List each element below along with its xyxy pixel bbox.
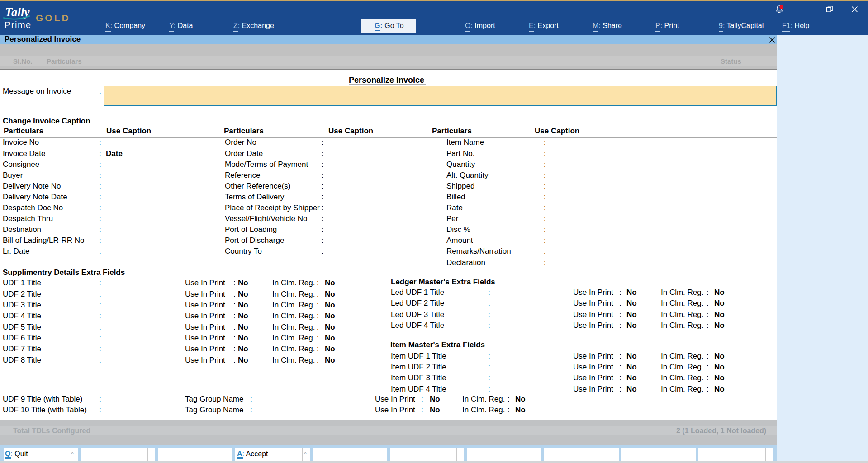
svg-text:Prime: Prime [5,20,32,30]
svg-text:GOLD: GOLD [36,13,71,23]
